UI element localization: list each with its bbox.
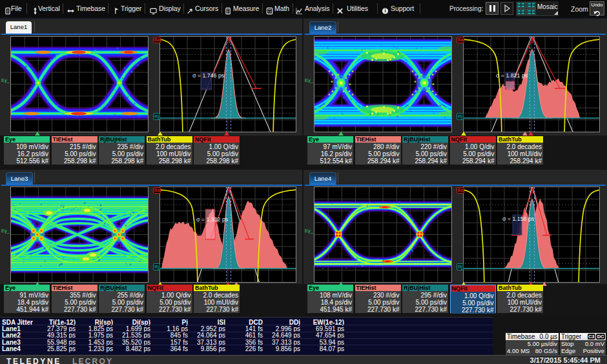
svg-text:σ = 1.332 ps: σ = 1.332 ps: [196, 216, 229, 223]
svg-text:σ = 1.746 ps: σ = 1.746 ps: [192, 72, 225, 79]
svg-text:σ = 1.821 ps: σ = 1.821 ps: [496, 72, 528, 79]
svg-text:i: i: [384, 8, 386, 14]
svg-text:σ = 1.158 ps: σ = 1.158 ps: [502, 216, 535, 222]
